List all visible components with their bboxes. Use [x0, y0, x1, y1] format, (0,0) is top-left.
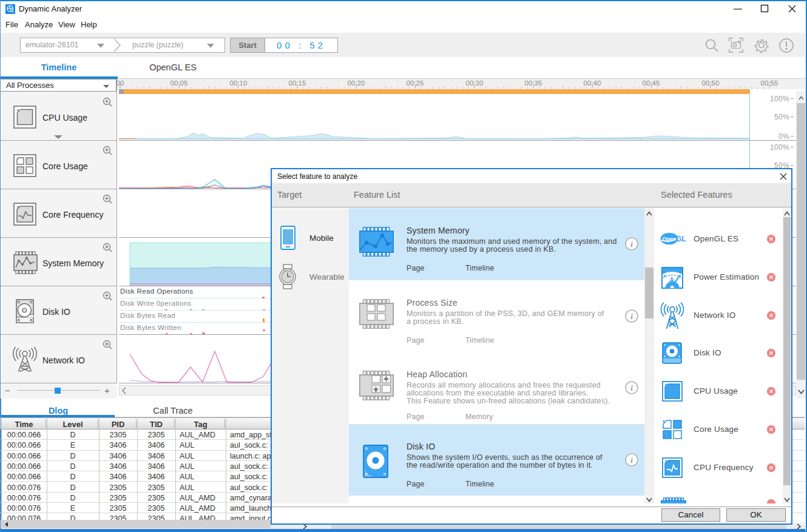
svg-text:i: i: [630, 312, 633, 321]
svg-text:GL: GL: [676, 235, 686, 243]
svg-text:i: i: [630, 456, 633, 465]
svg-text:i: i: [630, 240, 633, 249]
svg-text:i: i: [630, 383, 633, 392]
svg-text:Open: Open: [663, 236, 676, 242]
